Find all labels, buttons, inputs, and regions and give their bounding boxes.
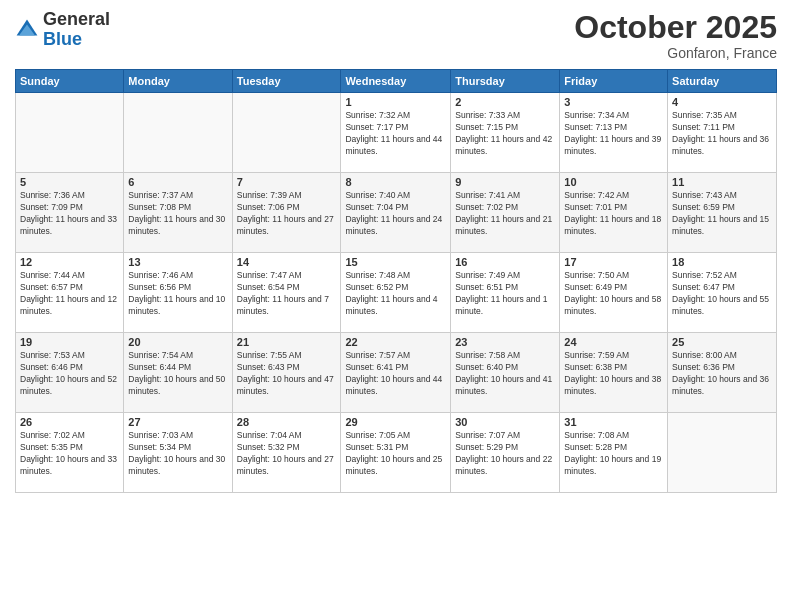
calendar-cell: 18Sunrise: 7:52 AM Sunset: 6:47 PM Dayli… (668, 253, 777, 333)
weekday-header-saturday: Saturday (668, 70, 777, 93)
calendar-cell: 27Sunrise: 7:03 AM Sunset: 5:34 PM Dayli… (124, 413, 232, 493)
day-info: Sunrise: 7:42 AM Sunset: 7:01 PM Dayligh… (564, 190, 663, 238)
day-number: 22 (345, 336, 446, 348)
day-info: Sunrise: 7:58 AM Sunset: 6:40 PM Dayligh… (455, 350, 555, 398)
calendar-week-0: 1Sunrise: 7:32 AM Sunset: 7:17 PM Daylig… (16, 93, 777, 173)
day-number: 2 (455, 96, 555, 108)
day-info: Sunrise: 7:44 AM Sunset: 6:57 PM Dayligh… (20, 270, 119, 318)
weekday-header-monday: Monday (124, 70, 232, 93)
day-number: 13 (128, 256, 227, 268)
calendar-cell: 5Sunrise: 7:36 AM Sunset: 7:09 PM Daylig… (16, 173, 124, 253)
logo: General Blue (15, 10, 110, 50)
day-info: Sunrise: 7:36 AM Sunset: 7:09 PM Dayligh… (20, 190, 119, 238)
day-number: 29 (345, 416, 446, 428)
day-info: Sunrise: 7:41 AM Sunset: 7:02 PM Dayligh… (455, 190, 555, 238)
calendar-cell: 1Sunrise: 7:32 AM Sunset: 7:17 PM Daylig… (341, 93, 451, 173)
weekday-header-row: SundayMondayTuesdayWednesdayThursdayFrid… (16, 70, 777, 93)
day-number: 3 (564, 96, 663, 108)
day-number: 21 (237, 336, 337, 348)
day-info: Sunrise: 7:53 AM Sunset: 6:46 PM Dayligh… (20, 350, 119, 398)
calendar-cell: 16Sunrise: 7:49 AM Sunset: 6:51 PM Dayli… (451, 253, 560, 333)
calendar-cell: 4Sunrise: 7:35 AM Sunset: 7:11 PM Daylig… (668, 93, 777, 173)
day-number: 15 (345, 256, 446, 268)
day-number: 19 (20, 336, 119, 348)
day-number: 26 (20, 416, 119, 428)
logo-text: General Blue (43, 10, 110, 50)
day-number: 10 (564, 176, 663, 188)
day-number: 6 (128, 176, 227, 188)
calendar-cell: 11Sunrise: 7:43 AM Sunset: 6:59 PM Dayli… (668, 173, 777, 253)
calendar-week-3: 19Sunrise: 7:53 AM Sunset: 6:46 PM Dayli… (16, 333, 777, 413)
day-number: 14 (237, 256, 337, 268)
calendar-cell: 3Sunrise: 7:34 AM Sunset: 7:13 PM Daylig… (560, 93, 668, 173)
calendar-cell: 10Sunrise: 7:42 AM Sunset: 7:01 PM Dayli… (560, 173, 668, 253)
calendar-cell: 20Sunrise: 7:54 AM Sunset: 6:44 PM Dayli… (124, 333, 232, 413)
day-info: Sunrise: 7:07 AM Sunset: 5:29 PM Dayligh… (455, 430, 555, 478)
calendar-cell: 9Sunrise: 7:41 AM Sunset: 7:02 PM Daylig… (451, 173, 560, 253)
day-number: 20 (128, 336, 227, 348)
calendar-container: General Blue October 2025 Gonfaron, Fran… (0, 0, 792, 612)
day-number: 27 (128, 416, 227, 428)
calendar-cell: 8Sunrise: 7:40 AM Sunset: 7:04 PM Daylig… (341, 173, 451, 253)
day-number: 31 (564, 416, 663, 428)
calendar-cell: 14Sunrise: 7:47 AM Sunset: 6:54 PM Dayli… (232, 253, 341, 333)
day-number: 11 (672, 176, 772, 188)
day-number: 25 (672, 336, 772, 348)
day-info: Sunrise: 7:35 AM Sunset: 7:11 PM Dayligh… (672, 110, 772, 158)
day-info: Sunrise: 7:37 AM Sunset: 7:08 PM Dayligh… (128, 190, 227, 238)
calendar-cell: 28Sunrise: 7:04 AM Sunset: 5:32 PM Dayli… (232, 413, 341, 493)
calendar-body: 1Sunrise: 7:32 AM Sunset: 7:17 PM Daylig… (16, 93, 777, 493)
day-info: Sunrise: 7:43 AM Sunset: 6:59 PM Dayligh… (672, 190, 772, 238)
calendar-cell: 19Sunrise: 7:53 AM Sunset: 6:46 PM Dayli… (16, 333, 124, 413)
calendar-cell (124, 93, 232, 173)
calendar-cell: 13Sunrise: 7:46 AM Sunset: 6:56 PM Dayli… (124, 253, 232, 333)
day-number: 9 (455, 176, 555, 188)
weekday-header-wednesday: Wednesday (341, 70, 451, 93)
title-block: October 2025 Gonfaron, France (574, 10, 777, 61)
day-number: 12 (20, 256, 119, 268)
day-info: Sunrise: 7:50 AM Sunset: 6:49 PM Dayligh… (564, 270, 663, 318)
day-info: Sunrise: 7:52 AM Sunset: 6:47 PM Dayligh… (672, 270, 772, 318)
day-number: 1 (345, 96, 446, 108)
day-number: 16 (455, 256, 555, 268)
calendar-week-4: 26Sunrise: 7:02 AM Sunset: 5:35 PM Dayli… (16, 413, 777, 493)
calendar-cell: 26Sunrise: 7:02 AM Sunset: 5:35 PM Dayli… (16, 413, 124, 493)
day-info: Sunrise: 7:08 AM Sunset: 5:28 PM Dayligh… (564, 430, 663, 478)
weekday-header-friday: Friday (560, 70, 668, 93)
logo-icon (15, 18, 39, 42)
calendar-week-2: 12Sunrise: 7:44 AM Sunset: 6:57 PM Dayli… (16, 253, 777, 333)
calendar-cell: 7Sunrise: 7:39 AM Sunset: 7:06 PM Daylig… (232, 173, 341, 253)
day-info: Sunrise: 7:34 AM Sunset: 7:13 PM Dayligh… (564, 110, 663, 158)
day-number: 7 (237, 176, 337, 188)
calendar-cell: 24Sunrise: 7:59 AM Sunset: 6:38 PM Dayli… (560, 333, 668, 413)
weekday-header-sunday: Sunday (16, 70, 124, 93)
day-info: Sunrise: 7:40 AM Sunset: 7:04 PM Dayligh… (345, 190, 446, 238)
day-number: 24 (564, 336, 663, 348)
day-number: 5 (20, 176, 119, 188)
location: Gonfaron, France (574, 45, 777, 61)
calendar-cell (16, 93, 124, 173)
day-number: 23 (455, 336, 555, 348)
calendar-cell: 17Sunrise: 7:50 AM Sunset: 6:49 PM Dayli… (560, 253, 668, 333)
logo-general: General (43, 9, 110, 29)
day-number: 17 (564, 256, 663, 268)
weekday-header-tuesday: Tuesday (232, 70, 341, 93)
header: General Blue October 2025 Gonfaron, Fran… (15, 10, 777, 61)
calendar-cell: 22Sunrise: 7:57 AM Sunset: 6:41 PM Dayli… (341, 333, 451, 413)
calendar-cell (668, 413, 777, 493)
calendar-cell: 30Sunrise: 7:07 AM Sunset: 5:29 PM Dayli… (451, 413, 560, 493)
day-number: 4 (672, 96, 772, 108)
calendar-cell: 15Sunrise: 7:48 AM Sunset: 6:52 PM Dayli… (341, 253, 451, 333)
day-info: Sunrise: 7:46 AM Sunset: 6:56 PM Dayligh… (128, 270, 227, 318)
day-number: 18 (672, 256, 772, 268)
calendar-cell: 23Sunrise: 7:58 AM Sunset: 6:40 PM Dayli… (451, 333, 560, 413)
calendar-cell: 29Sunrise: 7:05 AM Sunset: 5:31 PM Dayli… (341, 413, 451, 493)
calendar-cell: 25Sunrise: 8:00 AM Sunset: 6:36 PM Dayli… (668, 333, 777, 413)
day-info: Sunrise: 7:49 AM Sunset: 6:51 PM Dayligh… (455, 270, 555, 318)
day-info: Sunrise: 7:39 AM Sunset: 7:06 PM Dayligh… (237, 190, 337, 238)
day-info: Sunrise: 7:55 AM Sunset: 6:43 PM Dayligh… (237, 350, 337, 398)
calendar-week-1: 5Sunrise: 7:36 AM Sunset: 7:09 PM Daylig… (16, 173, 777, 253)
day-number: 8 (345, 176, 446, 188)
calendar-table: SundayMondayTuesdayWednesdayThursdayFrid… (15, 69, 777, 493)
day-info: Sunrise: 7:47 AM Sunset: 6:54 PM Dayligh… (237, 270, 337, 318)
